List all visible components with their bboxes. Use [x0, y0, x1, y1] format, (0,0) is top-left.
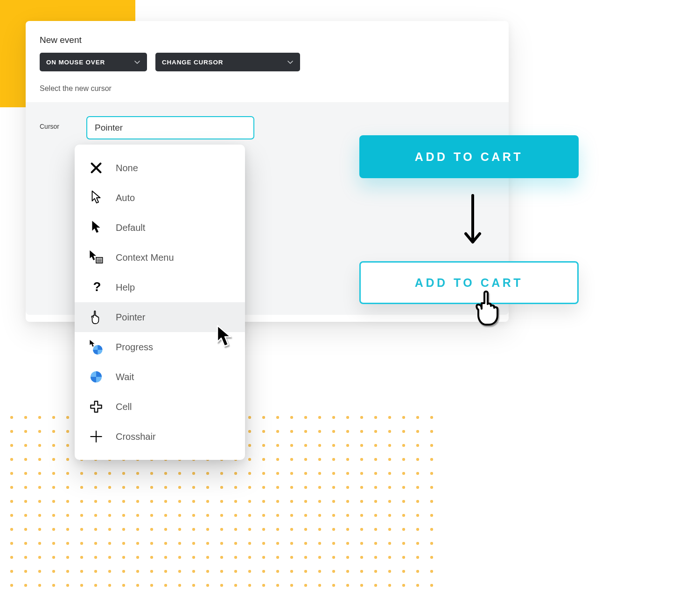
dropdown-option-auto[interactable]: Auto	[75, 183, 245, 213]
hand-icon	[88, 309, 105, 326]
action-select[interactable]: CHANGE CURSOR	[155, 53, 300, 71]
dropdown-option-default[interactable]: Default	[75, 213, 245, 243]
cursor-field-label: Cursor	[40, 116, 72, 296]
dropdown-option-cell[interactable]: Cell	[75, 392, 245, 422]
cell-plus-icon	[88, 398, 105, 415]
action-select-label: CHANGE CURSOR	[162, 59, 223, 66]
section-subtitle: Select the new cursor	[40, 84, 495, 93]
cursor-dropdown[interactable]: None Auto Default Context Menu ? Help	[75, 145, 245, 460]
arrow-outline-icon	[88, 189, 105, 206]
arrow-solid-icon	[88, 219, 105, 236]
dropdown-option-label: Auto	[116, 193, 135, 203]
wait-icon	[88, 368, 105, 385]
progress-icon	[88, 339, 105, 355]
trigger-select[interactable]: ON MOUSE OVER	[40, 53, 147, 71]
help-icon: ?	[88, 279, 105, 296]
dropdown-option-context-menu[interactable]: Context Menu	[75, 243, 245, 272]
dropdown-option-label: None	[116, 163, 138, 174]
dropdown-option-crosshair[interactable]: Crosshair	[75, 422, 245, 451]
cursor-input[interactable]	[86, 116, 254, 139]
chevron-down-icon	[134, 59, 140, 65]
preview-button-outline-label: ADD TO CART	[415, 276, 523, 290]
dropdown-option-label: Context Menu	[116, 252, 174, 263]
dropdown-option-wait[interactable]: Wait	[75, 362, 245, 392]
mouse-cursor-overlay-icon	[215, 324, 233, 348]
panel-title: New event	[40, 35, 495, 45]
svg-text:?: ?	[93, 279, 101, 294]
dropdown-option-label: Cell	[116, 402, 132, 412]
dropdown-option-label: Wait	[116, 372, 134, 382]
dropdown-option-label: Progress	[116, 342, 153, 353]
preview-button-filled-label: ADD TO CART	[415, 150, 523, 164]
chevron-down-icon	[287, 59, 294, 65]
pointer-cursor-large-icon	[471, 289, 505, 326]
trigger-select-label: ON MOUSE OVER	[46, 59, 105, 66]
dropdown-option-label: Help	[116, 282, 135, 293]
dropdown-option-label: Crosshair	[116, 431, 156, 442]
dropdown-option-help[interactable]: ? Help	[75, 272, 245, 302]
crosshair-icon	[88, 428, 105, 445]
preview-button-outline[interactable]: ADD TO CART	[359, 261, 579, 304]
dropdown-option-label: Pointer	[116, 312, 145, 323]
preview-button-filled[interactable]: ADD TO CART	[359, 135, 579, 178]
dropdown-option-label: Default	[116, 222, 145, 233]
arrow-down-icon	[462, 194, 483, 245]
context-menu-icon	[88, 249, 105, 266]
dropdown-option-none[interactable]: None	[75, 153, 245, 183]
x-icon	[88, 160, 105, 176]
